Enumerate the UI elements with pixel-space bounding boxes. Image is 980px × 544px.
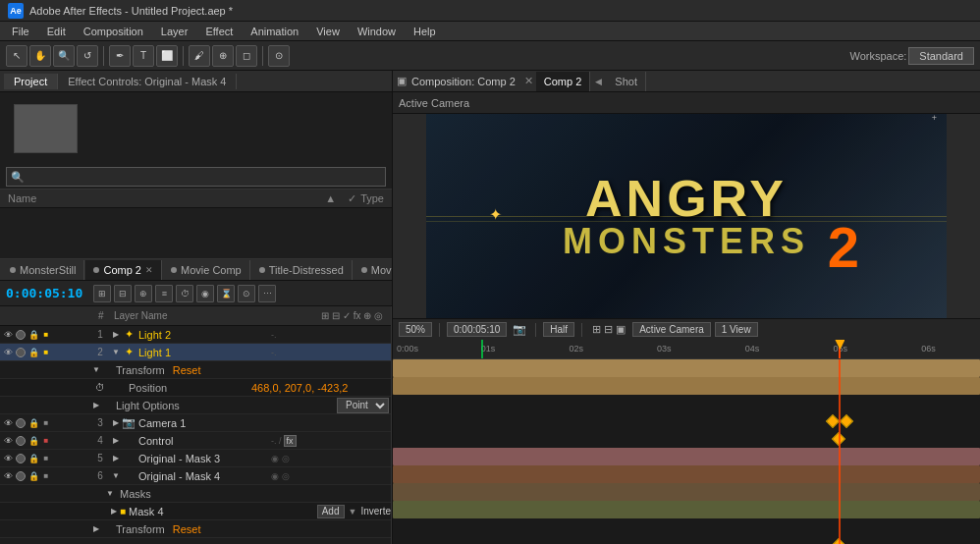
layer1-lock[interactable]: 🔒 bbox=[27, 329, 39, 341]
transform-label: Transform bbox=[102, 364, 165, 376]
zoom-btn[interactable]: 50% bbox=[399, 322, 432, 337]
layer3-solo[interactable] bbox=[15, 417, 27, 429]
workspace-selector[interactable]: Standard bbox=[908, 47, 974, 65]
toolbar-select[interactable]: ↖ bbox=[6, 45, 27, 67]
layer1-solo[interactable] bbox=[15, 329, 27, 341]
layer4-lock[interactable]: 🔒 bbox=[27, 435, 39, 447]
toolbar-rotate[interactable]: ↺ bbox=[77, 45, 98, 67]
project-search-input[interactable] bbox=[6, 167, 386, 187]
layer2-visibility[interactable]: 👁 bbox=[2, 347, 14, 358]
menu-window[interactable]: Window bbox=[350, 24, 404, 39]
layer6-expand[interactable]: ▼ bbox=[110, 471, 122, 480]
timeline-btn7[interactable]: ⌛ bbox=[217, 285, 235, 302]
timeline-tab-comp2[interactable]: Comp 2 ✕ bbox=[85, 260, 162, 280]
transform2-reset[interactable]: Reset bbox=[173, 523, 201, 535]
timeline-btn8[interactable]: ⊙ bbox=[238, 285, 255, 302]
layer6-visibility[interactable]: 👁 bbox=[2, 470, 14, 482]
mask4-add[interactable]: Add bbox=[317, 505, 345, 518]
time-mark-6: 06s bbox=[921, 344, 936, 354]
masks-expand[interactable]: ▼ bbox=[104, 489, 116, 498]
timeline-tab-moviecomp2[interactable]: Movie Comp 2 bbox=[354, 260, 392, 280]
active-camera-btn[interactable]: Active Camera bbox=[632, 322, 711, 337]
timeline-tab-title[interactable]: Title-Distressed bbox=[251, 260, 353, 280]
timeline-btn1[interactable]: ⊞ bbox=[93, 285, 111, 302]
menu-layer[interactable]: Layer bbox=[153, 24, 196, 39]
transform-reset[interactable]: Reset bbox=[173, 364, 201, 376]
keyframe-2[interactable] bbox=[840, 414, 853, 428]
time-ruler: 0:00s 01s 02s 03s 04s 05s 06s bbox=[393, 340, 980, 359]
toolbar-hand[interactable]: ✋ bbox=[29, 45, 51, 67]
layer4-expand[interactable]: ▶ bbox=[110, 436, 122, 445]
timeline-panel: MonsterStill Comp 2 ✕ Movie Comp Title-D… bbox=[0, 259, 392, 544]
layer6-solo[interactable] bbox=[15, 470, 27, 482]
toolbar-brush[interactable]: 🖌 bbox=[189, 45, 210, 67]
comp-tab-shot[interactable]: Shot bbox=[607, 72, 646, 91]
timeline-btn3[interactable]: ⊕ bbox=[135, 285, 152, 302]
toolbar-eraser[interactable]: ◻ bbox=[236, 45, 257, 67]
menu-effect[interactable]: Effect bbox=[197, 24, 241, 39]
layer1-label[interactable]: ■ bbox=[40, 329, 52, 341]
layer5-lock[interactable]: 🔒 bbox=[27, 453, 39, 464]
menu-edit[interactable]: Edit bbox=[39, 24, 74, 39]
layer1-visibility[interactable]: 👁 bbox=[2, 329, 14, 341]
timeline-tab-moviecomp[interactable]: Movie Comp bbox=[163, 260, 250, 280]
layer4-label[interactable]: ■ bbox=[40, 435, 52, 447]
mask4-expand[interactable]: ▶ bbox=[108, 507, 120, 516]
menu-file[interactable]: File bbox=[4, 24, 37, 39]
transform2-expand[interactable]: ▶ bbox=[90, 524, 102, 533]
comp-tab-comp2[interactable]: Comp 2 bbox=[536, 72, 591, 91]
timecode-btn[interactable]: 0:00:05:10 bbox=[447, 322, 507, 337]
layer2-solo[interactable] bbox=[15, 347, 27, 358]
tab-comp2-close[interactable]: ✕ bbox=[145, 265, 153, 275]
layer4-solo[interactable] bbox=[15, 435, 27, 447]
timeline-tab-monsterstill[interactable]: MonsterStill bbox=[2, 260, 84, 280]
layer4-visibility[interactable]: 👁 bbox=[2, 435, 14, 447]
toolbar-clone[interactable]: ⊕ bbox=[212, 45, 234, 67]
layer1-expand[interactable]: ▶ bbox=[110, 330, 122, 339]
layer5-visibility[interactable]: 👁 bbox=[2, 453, 14, 464]
layer2-lock[interactable]: 🔒 bbox=[27, 347, 39, 358]
timeline-btn9[interactable]: ⋯ bbox=[258, 285, 276, 302]
timeline-btn5[interactable]: ⏱ bbox=[176, 285, 193, 302]
timeline-btn6[interactable]: ◉ bbox=[196, 285, 214, 302]
keyframe-1[interactable] bbox=[825, 414, 839, 428]
layer4-fx[interactable]: fx bbox=[284, 435, 297, 447]
position-stopwatch[interactable]: ⏱ bbox=[95, 382, 105, 393]
mask4-invert[interactable]: Inverte bbox=[360, 506, 391, 517]
transform-expand[interactable]: ▼ bbox=[90, 365, 102, 374]
layer5-solo[interactable] bbox=[15, 453, 27, 464]
toolbar-text[interactable]: T bbox=[133, 45, 154, 67]
menu-animation[interactable]: Animation bbox=[243, 24, 306, 39]
tab-project[interactable]: Project bbox=[4, 74, 58, 89]
layer3-label[interactable]: ■ bbox=[40, 417, 52, 429]
toolbar-puppet[interactable]: ⊙ bbox=[268, 45, 290, 67]
layer2-expand[interactable]: ▼ bbox=[110, 348, 122, 356]
toolbar-shape[interactable]: ⬜ bbox=[156, 45, 178, 67]
timeline-btn2[interactable]: ⊟ bbox=[114, 285, 132, 302]
right-panel: ▣ Composition: Comp 2 ✕ Comp 2 ◀ Shot Ac… bbox=[393, 71, 980, 544]
layer6-label[interactable]: ■ bbox=[40, 470, 52, 482]
layer3-expand[interactable]: ▶ bbox=[110, 418, 122, 427]
light-options-expand[interactable]: ▶ bbox=[90, 401, 102, 409]
layer5-label[interactable]: ■ bbox=[40, 453, 52, 464]
timeline-btn4[interactable]: ≡ bbox=[155, 285, 173, 302]
tab-effect-controls[interactable]: Effect Controls: Original - Mask 4 bbox=[58, 74, 237, 89]
toolbar-pen[interactable]: ✒ bbox=[109, 45, 131, 67]
toolbar-zoom[interactable]: 🔍 bbox=[53, 45, 75, 67]
menu-help[interactable]: Help bbox=[406, 24, 444, 39]
layer3-lock[interactable]: 🔒 bbox=[27, 417, 39, 429]
layer6-lock[interactable]: 🔒 bbox=[27, 470, 39, 482]
layer2-name: Light 1 bbox=[138, 347, 271, 358]
menu-composition[interactable]: Composition bbox=[76, 24, 151, 39]
view-count-btn[interactable]: 1 View bbox=[715, 322, 758, 337]
comp-close[interactable]: ✕ bbox=[524, 75, 533, 87]
light-type-dropdown[interactable]: Point bbox=[337, 398, 389, 413]
layer3-visibility[interactable]: 👁 bbox=[2, 417, 14, 429]
layer5-expand[interactable]: ▶ bbox=[110, 454, 122, 462]
playhead[interactable] bbox=[839, 340, 841, 358]
light-options-row: ▶ Light Options Point bbox=[0, 397, 391, 414]
header-num: # bbox=[98, 310, 114, 321]
menu-view[interactable]: View bbox=[308, 24, 348, 39]
quality-btn[interactable]: Half bbox=[543, 322, 574, 337]
layer2-label[interactable]: ■ bbox=[40, 347, 52, 358]
